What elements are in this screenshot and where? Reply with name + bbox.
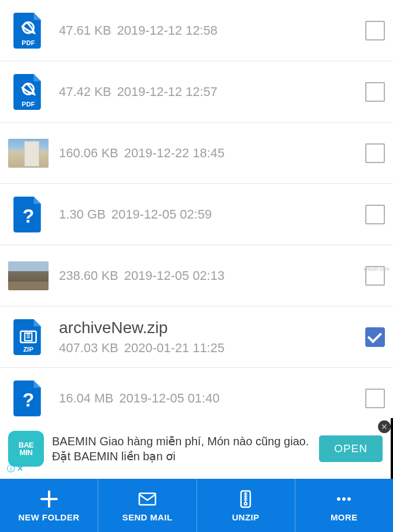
plus-icon [39,489,59,509]
file-info: 407.03 KB2020-01-21 11:25 [59,341,355,356]
unknown-file-icon [8,378,49,418]
file-row[interactable]: 47.42 KB2019-12-12 12:57 [0,61,393,123]
file-meta: 16.04 MB2019-12-05 01:40 [59,391,355,406]
pdf-file-icon [8,72,49,112]
file-size: 160.06 KB [59,146,118,161]
file-meta: 238.60 KB2019-12-05 02:13 [59,268,355,283]
zip-file-icon [8,317,49,357]
file-row[interactable]: 47.61 KB2019-12-12 12:58 [0,0,393,61]
svg-point-13 [342,497,346,501]
file-size: 47.61 KB [59,23,112,38]
file-size: 16.04 MB [59,391,113,406]
file-size: 1.30 GB [59,207,106,222]
mail-icon [138,489,157,509]
file-date: 2019-12-05 02:59 [112,207,212,222]
file-size: 47.42 KB [59,84,112,99]
file-date: 2019-12-12 12:58 [117,23,218,38]
new-folder-button[interactable]: NEW FOLDER [0,479,98,532]
svg-point-12 [337,497,340,501]
ad-open-button[interactable]: OPEN [319,435,383,462]
ad-logo: BAE MIN [8,431,44,467]
file-date: 2019-12-05 01:40 [119,391,220,406]
file-checkbox[interactable] [365,82,385,102]
file-date: 2020-01-21 11:25 [124,341,225,356]
unknown-file-icon [8,194,49,235]
file-checkbox[interactable] [365,389,385,408]
image-thumbnail [8,139,49,168]
file-checkbox[interactable] [365,21,385,40]
image-thumbnail [8,261,49,290]
adchoices-close-icon[interactable]: ✕ [17,464,24,474]
bottom-toolbar: NEW FOLDER SEND MAIL UNZIP MORE [0,479,393,532]
ad-info-icons[interactable]: ⓘ ✕ [7,464,24,474]
file-info: 160.06 KB2019-12-22 18:45 [59,146,355,161]
file-row[interactable]: 1.30 GB2019-12-05 02:59 [0,184,393,245]
file-meta: 160.06 KB2019-12-22 18:45 [59,146,355,161]
file-date: 2019-12-12 12:57 [117,84,218,99]
file-info: 16.04 MB2019-12-05 01:40 [59,391,355,406]
watermark: wsxdn.com [364,266,390,272]
new-folder-label: NEW FOLDER [18,512,80,522]
file-info: 47.61 KB2019-12-12 12:58 [59,23,355,38]
file-meta: 1.30 GB2019-12-05 02:59 [59,207,355,222]
file-meta: 47.61 KB2019-12-12 12:58 [59,23,355,38]
unzip-icon [236,489,255,509]
ad-banner[interactable]: BAE MIN ⓘ ✕ BAEMIN Giao hàng miễn phí, M… [0,418,393,479]
file-size: 238.60 KB [59,268,118,283]
ad-close-button[interactable]: ✕ [378,420,391,433]
file-meta: 47.42 KB2019-12-12 12:57 [59,84,355,99]
file-list[interactable]: 47.61 KB2019-12-12 12:5847.42 KB2019-12-… [0,0,393,418]
send-mail-label: SEND MAIL [122,512,172,522]
file-info: 238.60 KB2019-12-05 02:13 [59,268,355,283]
file-date: 2019-12-05 02:13 [124,268,225,283]
svg-rect-9 [139,493,155,505]
svg-point-14 [347,497,351,501]
pdf-file-icon [8,10,49,51]
file-row[interactable]: 160.06 KB2019-12-22 18:45 [0,123,393,184]
file-row[interactable]: 16.04 MB2019-12-05 01:40 [0,368,393,418]
file-row[interactable]: 238.60 KB2019-12-05 02:13 [0,245,393,306]
more-icon [334,489,354,509]
file-checkbox[interactable] [365,327,385,347]
ad-text: BAEMIN Giao hàng miễn phí, Món nào cũng … [52,434,311,464]
file-info: 47.42 KB2019-12-12 12:57 [59,84,355,99]
file-info: 1.30 GB2019-12-05 02:59 [59,207,355,222]
unzip-button[interactable]: UNZIP [197,479,295,532]
svg-point-11 [244,502,247,505]
send-mail-button[interactable]: SEND MAIL [98,479,196,532]
file-checkbox[interactable] [365,143,385,163]
file-row[interactable]: archiveNew.zip407.03 KB2020-01-21 11:25 [0,306,393,368]
file-name: archiveNew.zip [59,319,355,337]
more-label: MORE [331,512,358,522]
file-date: 2019-12-22 18:45 [124,146,225,161]
file-size: 407.03 KB [59,341,118,356]
more-button[interactable]: MORE [295,479,393,532]
file-checkbox[interactable] [365,205,385,224]
file-meta: archiveNew.zip407.03 KB2020-01-21 11:25 [59,319,355,356]
info-icon[interactable]: ⓘ [7,464,15,474]
unzip-label: UNZIP [232,512,259,522]
